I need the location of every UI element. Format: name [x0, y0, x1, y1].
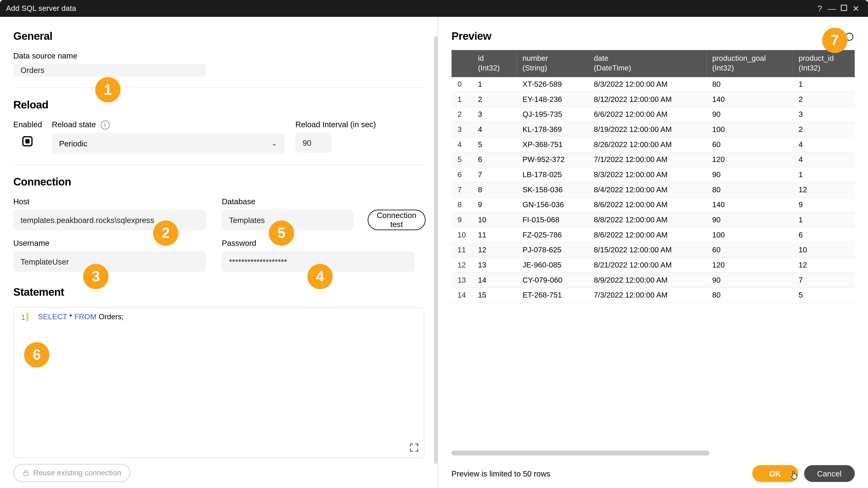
- host-label: Host: [13, 197, 212, 206]
- expand-icon[interactable]: [409, 443, 419, 453]
- table-row[interactable]: 1213JE-960-0858/21/2022 12:00:00 AM12012: [452, 257, 855, 272]
- preview-pane: Preview id(Int32) number(String) date(Da…: [438, 17, 868, 488]
- callout-3: 3: [83, 264, 108, 289]
- callout-2: 2: [153, 221, 178, 246]
- table-row[interactable]: 89GN-156-0368/6/2022 12:00:00 AM1409: [452, 197, 855, 212]
- col-production-goal: production_goal(Int32): [706, 50, 793, 77]
- table-row[interactable]: 78SK-158-0368/4/2022 12:00:00 AM8012: [452, 182, 855, 197]
- col-number: number(String): [517, 50, 588, 77]
- connection-heading: Connection: [13, 176, 425, 189]
- horizontal-scrollbar[interactable]: [452, 451, 855, 455]
- table-row[interactable]: 12EY-148-2368/12/2022 12:00:00 AM1402: [452, 92, 855, 107]
- chevron-down-icon: ⌄: [271, 139, 277, 148]
- help-icon[interactable]: ?: [814, 4, 826, 13]
- reuse-connection-button[interactable]: Reuse existing connection: [13, 464, 130, 482]
- table-row[interactable]: 67LB-178-0258/3/2022 12:00:00 AM901: [452, 167, 855, 182]
- callout-1: 1: [95, 77, 121, 102]
- password-label: Password: [222, 238, 421, 248]
- reload-state-label: Reload state i: [52, 120, 284, 130]
- svg-rect-0: [841, 5, 846, 11]
- table-row[interactable]: 1314CY-079-0608/9/2022 12:00:00 AM907: [452, 272, 855, 287]
- username-input[interactable]: [13, 251, 206, 272]
- lock-icon: [22, 469, 30, 477]
- reload-interval-label: Reload Interval (in sec): [296, 120, 376, 129]
- close-icon[interactable]: ✕: [850, 4, 862, 13]
- table-row[interactable]: 1112PJ-078-6258/15/2022 12:00:00 AM6010: [452, 242, 855, 257]
- reload-state-select[interactable]: Periodic ⌄: [52, 133, 284, 154]
- reload-enabled-checkbox[interactable]: [22, 136, 32, 147]
- minimize-icon[interactable]: —: [826, 4, 838, 13]
- col-id: id(Int32): [472, 50, 517, 77]
- table-row[interactable]: 910FI-015-0688/8/2022 12:00:00 AM901: [452, 212, 855, 227]
- general-heading: General: [13, 30, 425, 43]
- host-input[interactable]: [13, 210, 206, 230]
- reload-state-value: Periodic: [59, 139, 87, 148]
- titlebar: Add SQL server data ? — ✕: [0, 0, 868, 17]
- cancel-button[interactable]: Cancel: [804, 465, 855, 482]
- callout-4: 4: [307, 264, 333, 289]
- callout-7: 7: [822, 28, 847, 53]
- window-title: Add SQL server data: [6, 4, 76, 13]
- col-date: date(DateTime): [588, 50, 706, 77]
- callout-5: 5: [269, 221, 294, 246]
- connection-test-button[interactable]: Connection test: [368, 210, 426, 230]
- sql-line: SELECT * FROM Orders;: [38, 313, 418, 321]
- table-row[interactable]: 01XT-526-5898/3/2022 12:00:00 AM801: [452, 77, 855, 92]
- col-product-id: product_id(Int32): [793, 50, 855, 77]
- reload-enabled-label: Enabled: [13, 120, 41, 129]
- table-row[interactable]: 56PW-952-3727/1/2022 12:00:00 AM1204: [452, 152, 855, 167]
- scrollbar[interactable]: [434, 36, 438, 464]
- table-row[interactable]: 23QJ-195-7356/6/2022 12:00:00 AM903: [452, 107, 855, 122]
- reload-interval-input[interactable]: [296, 133, 332, 153]
- data-source-name-label: Data source name: [13, 51, 425, 60]
- preview-table: id(Int32) number(String) date(DateTime) …: [452, 50, 855, 303]
- table-row[interactable]: 34KL-178-3698/19/2022 12:00:00 AM1002: [452, 122, 855, 137]
- cursor-icon: [789, 470, 799, 480]
- preview-limit-note: Preview is limited to 50 rows: [452, 469, 550, 478]
- database-label: Database: [222, 197, 358, 206]
- info-icon[interactable]: i: [100, 121, 110, 129]
- table-row[interactable]: 1415ET-268-7517/3/2022 12:00:00 AM805: [452, 287, 855, 302]
- username-label: Username: [13, 238, 212, 248]
- statement-heading: Statement: [13, 286, 425, 299]
- col-index: [452, 50, 472, 77]
- table-row[interactable]: 1011FZ-025-7868/6/2022 12:00:00 AM1006: [452, 227, 855, 242]
- callout-6: 6: [24, 342, 50, 367]
- sql-editor[interactable]: 1 SELECT * FROM Orders;: [13, 307, 425, 458]
- maximize-icon[interactable]: [838, 4, 850, 13]
- reload-heading: Reload: [13, 99, 425, 111]
- preview-heading: Preview: [452, 30, 491, 43]
- svg-rect-1: [24, 473, 28, 476]
- table-row[interactable]: 45XP-368-7518/26/2022 12:00:00 AM604: [452, 137, 855, 152]
- data-source-name-input[interactable]: [13, 64, 206, 76]
- settings-pane: General Data source name Reload Enabled …: [0, 17, 438, 488]
